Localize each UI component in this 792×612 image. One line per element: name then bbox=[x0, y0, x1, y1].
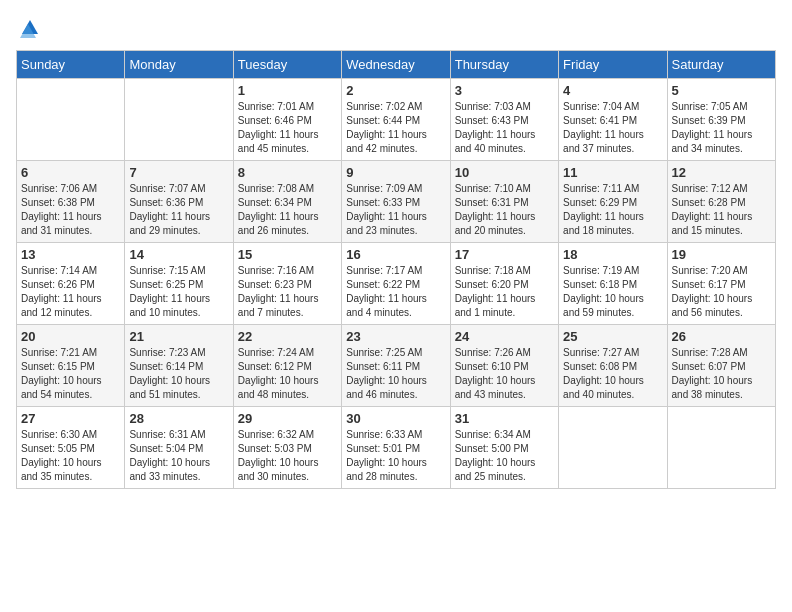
weekday-header: Tuesday bbox=[233, 51, 341, 79]
day-number: 10 bbox=[455, 165, 554, 180]
calendar-cell: 19Sunrise: 7:20 AM Sunset: 6:17 PM Dayli… bbox=[667, 243, 775, 325]
day-number: 26 bbox=[672, 329, 771, 344]
day-info: Sunrise: 7:19 AM Sunset: 6:18 PM Dayligh… bbox=[563, 264, 662, 320]
day-number: 25 bbox=[563, 329, 662, 344]
day-number: 13 bbox=[21, 247, 120, 262]
day-info: Sunrise: 6:34 AM Sunset: 5:00 PM Dayligh… bbox=[455, 428, 554, 484]
day-number: 17 bbox=[455, 247, 554, 262]
calendar-cell: 1Sunrise: 7:01 AM Sunset: 6:46 PM Daylig… bbox=[233, 79, 341, 161]
calendar-cell: 27Sunrise: 6:30 AM Sunset: 5:05 PM Dayli… bbox=[17, 407, 125, 489]
day-info: Sunrise: 7:01 AM Sunset: 6:46 PM Dayligh… bbox=[238, 100, 337, 156]
day-number: 5 bbox=[672, 83, 771, 98]
calendar-cell bbox=[17, 79, 125, 161]
day-number: 21 bbox=[129, 329, 228, 344]
day-info: Sunrise: 7:16 AM Sunset: 6:23 PM Dayligh… bbox=[238, 264, 337, 320]
day-info: Sunrise: 6:32 AM Sunset: 5:03 PM Dayligh… bbox=[238, 428, 337, 484]
day-info: Sunrise: 7:03 AM Sunset: 6:43 PM Dayligh… bbox=[455, 100, 554, 156]
day-number: 7 bbox=[129, 165, 228, 180]
calendar-cell: 16Sunrise: 7:17 AM Sunset: 6:22 PM Dayli… bbox=[342, 243, 450, 325]
calendar-cell: 10Sunrise: 7:10 AM Sunset: 6:31 PM Dayli… bbox=[450, 161, 558, 243]
page-header bbox=[16, 16, 776, 40]
day-info: Sunrise: 7:05 AM Sunset: 6:39 PM Dayligh… bbox=[672, 100, 771, 156]
calendar-week-row: 20Sunrise: 7:21 AM Sunset: 6:15 PM Dayli… bbox=[17, 325, 776, 407]
calendar-cell: 6Sunrise: 7:06 AM Sunset: 6:38 PM Daylig… bbox=[17, 161, 125, 243]
day-info: Sunrise: 6:33 AM Sunset: 5:01 PM Dayligh… bbox=[346, 428, 445, 484]
weekday-header: Saturday bbox=[667, 51, 775, 79]
calendar-cell: 29Sunrise: 6:32 AM Sunset: 5:03 PM Dayli… bbox=[233, 407, 341, 489]
day-info: Sunrise: 7:27 AM Sunset: 6:08 PM Dayligh… bbox=[563, 346, 662, 402]
day-info: Sunrise: 7:04 AM Sunset: 6:41 PM Dayligh… bbox=[563, 100, 662, 156]
day-number: 11 bbox=[563, 165, 662, 180]
calendar-cell: 24Sunrise: 7:26 AM Sunset: 6:10 PM Dayli… bbox=[450, 325, 558, 407]
day-number: 20 bbox=[21, 329, 120, 344]
day-info: Sunrise: 6:30 AM Sunset: 5:05 PM Dayligh… bbox=[21, 428, 120, 484]
day-info: Sunrise: 7:11 AM Sunset: 6:29 PM Dayligh… bbox=[563, 182, 662, 238]
day-info: Sunrise: 7:18 AM Sunset: 6:20 PM Dayligh… bbox=[455, 264, 554, 320]
calendar-cell: 23Sunrise: 7:25 AM Sunset: 6:11 PM Dayli… bbox=[342, 325, 450, 407]
day-number: 19 bbox=[672, 247, 771, 262]
day-info: Sunrise: 7:25 AM Sunset: 6:11 PM Dayligh… bbox=[346, 346, 445, 402]
calendar-cell: 20Sunrise: 7:21 AM Sunset: 6:15 PM Dayli… bbox=[17, 325, 125, 407]
calendar-week-row: 1Sunrise: 7:01 AM Sunset: 6:46 PM Daylig… bbox=[17, 79, 776, 161]
day-number: 22 bbox=[238, 329, 337, 344]
day-number: 1 bbox=[238, 83, 337, 98]
calendar-cell: 12Sunrise: 7:12 AM Sunset: 6:28 PM Dayli… bbox=[667, 161, 775, 243]
weekday-header: Thursday bbox=[450, 51, 558, 79]
weekday-header: Friday bbox=[559, 51, 667, 79]
day-info: Sunrise: 7:15 AM Sunset: 6:25 PM Dayligh… bbox=[129, 264, 228, 320]
calendar-cell bbox=[125, 79, 233, 161]
weekday-header: Wednesday bbox=[342, 51, 450, 79]
day-number: 14 bbox=[129, 247, 228, 262]
calendar-cell bbox=[559, 407, 667, 489]
day-info: Sunrise: 7:12 AM Sunset: 6:28 PM Dayligh… bbox=[672, 182, 771, 238]
day-info: Sunrise: 7:26 AM Sunset: 6:10 PM Dayligh… bbox=[455, 346, 554, 402]
calendar-header-row: SundayMondayTuesdayWednesdayThursdayFrid… bbox=[17, 51, 776, 79]
day-number: 27 bbox=[21, 411, 120, 426]
calendar-cell: 14Sunrise: 7:15 AM Sunset: 6:25 PM Dayli… bbox=[125, 243, 233, 325]
day-number: 24 bbox=[455, 329, 554, 344]
calendar-table: SundayMondayTuesdayWednesdayThursdayFrid… bbox=[16, 50, 776, 489]
calendar-cell: 21Sunrise: 7:23 AM Sunset: 6:14 PM Dayli… bbox=[125, 325, 233, 407]
day-info: Sunrise: 7:14 AM Sunset: 6:26 PM Dayligh… bbox=[21, 264, 120, 320]
calendar-cell: 13Sunrise: 7:14 AM Sunset: 6:26 PM Dayli… bbox=[17, 243, 125, 325]
calendar-cell: 15Sunrise: 7:16 AM Sunset: 6:23 PM Dayli… bbox=[233, 243, 341, 325]
day-number: 16 bbox=[346, 247, 445, 262]
day-info: Sunrise: 7:10 AM Sunset: 6:31 PM Dayligh… bbox=[455, 182, 554, 238]
day-number: 18 bbox=[563, 247, 662, 262]
day-number: 9 bbox=[346, 165, 445, 180]
calendar-cell: 5Sunrise: 7:05 AM Sunset: 6:39 PM Daylig… bbox=[667, 79, 775, 161]
day-info: Sunrise: 7:20 AM Sunset: 6:17 PM Dayligh… bbox=[672, 264, 771, 320]
logo bbox=[16, 16, 42, 40]
day-number: 6 bbox=[21, 165, 120, 180]
calendar-cell: 25Sunrise: 7:27 AM Sunset: 6:08 PM Dayli… bbox=[559, 325, 667, 407]
day-info: Sunrise: 7:08 AM Sunset: 6:34 PM Dayligh… bbox=[238, 182, 337, 238]
calendar-cell: 3Sunrise: 7:03 AM Sunset: 6:43 PM Daylig… bbox=[450, 79, 558, 161]
day-info: Sunrise: 7:23 AM Sunset: 6:14 PM Dayligh… bbox=[129, 346, 228, 402]
calendar-cell: 4Sunrise: 7:04 AM Sunset: 6:41 PM Daylig… bbox=[559, 79, 667, 161]
calendar-cell: 17Sunrise: 7:18 AM Sunset: 6:20 PM Dayli… bbox=[450, 243, 558, 325]
day-info: Sunrise: 7:21 AM Sunset: 6:15 PM Dayligh… bbox=[21, 346, 120, 402]
day-info: Sunrise: 7:24 AM Sunset: 6:12 PM Dayligh… bbox=[238, 346, 337, 402]
day-info: Sunrise: 7:02 AM Sunset: 6:44 PM Dayligh… bbox=[346, 100, 445, 156]
day-info: Sunrise: 6:31 AM Sunset: 5:04 PM Dayligh… bbox=[129, 428, 228, 484]
calendar-cell: 18Sunrise: 7:19 AM Sunset: 6:18 PM Dayli… bbox=[559, 243, 667, 325]
logo-icon bbox=[18, 16, 42, 40]
calendar-cell: 22Sunrise: 7:24 AM Sunset: 6:12 PM Dayli… bbox=[233, 325, 341, 407]
calendar-cell: 9Sunrise: 7:09 AM Sunset: 6:33 PM Daylig… bbox=[342, 161, 450, 243]
day-number: 15 bbox=[238, 247, 337, 262]
calendar-cell: 2Sunrise: 7:02 AM Sunset: 6:44 PM Daylig… bbox=[342, 79, 450, 161]
day-number: 29 bbox=[238, 411, 337, 426]
calendar-cell: 31Sunrise: 6:34 AM Sunset: 5:00 PM Dayli… bbox=[450, 407, 558, 489]
calendar-cell: 7Sunrise: 7:07 AM Sunset: 6:36 PM Daylig… bbox=[125, 161, 233, 243]
day-number: 3 bbox=[455, 83, 554, 98]
day-number: 2 bbox=[346, 83, 445, 98]
calendar-cell: 26Sunrise: 7:28 AM Sunset: 6:07 PM Dayli… bbox=[667, 325, 775, 407]
day-number: 4 bbox=[563, 83, 662, 98]
calendar-cell bbox=[667, 407, 775, 489]
day-number: 12 bbox=[672, 165, 771, 180]
day-info: Sunrise: 7:06 AM Sunset: 6:38 PM Dayligh… bbox=[21, 182, 120, 238]
calendar-cell: 28Sunrise: 6:31 AM Sunset: 5:04 PM Dayli… bbox=[125, 407, 233, 489]
day-number: 23 bbox=[346, 329, 445, 344]
day-info: Sunrise: 7:09 AM Sunset: 6:33 PM Dayligh… bbox=[346, 182, 445, 238]
calendar-week-row: 6Sunrise: 7:06 AM Sunset: 6:38 PM Daylig… bbox=[17, 161, 776, 243]
